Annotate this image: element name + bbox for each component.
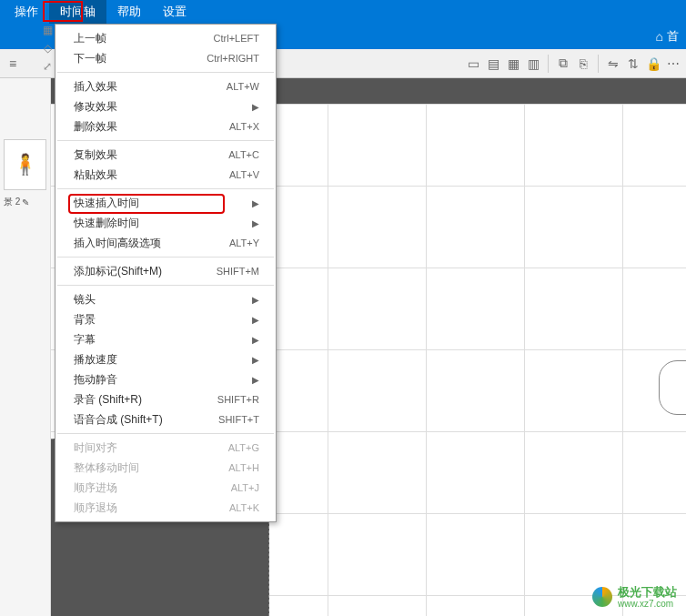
menu-item[interactable]: 拖动静音▶ (55, 369, 276, 389)
home-button[interactable]: ⌂ 首 (656, 28, 679, 45)
menu-item[interactable]: 下一帧Ctrl+RIGHT (55, 48, 276, 68)
menu-item[interactable]: 删除效果ALT+X (55, 116, 276, 136)
menu-item-label: 拖动静音 (74, 372, 117, 388)
menu-item-label: 下一帧 (74, 51, 106, 66)
separator (57, 257, 274, 258)
menu-item-label: 顺序进场 (74, 480, 117, 496)
align-icon[interactable]: ≡ (4, 55, 22, 73)
chevron-right-icon: ▶ (252, 315, 259, 325)
separator (57, 72, 274, 73)
flip-h-icon[interactable]: ⇋ (604, 55, 622, 73)
copy-icon[interactable]: ⧉ (554, 55, 572, 73)
menu-item-label: 上一帧 (74, 31, 106, 46)
left-panel: ▤ ▦ ◇ ⤢ 🧍 景 2 ✎ (0, 78, 51, 616)
menu-item[interactable]: 语音合成 (Shift+T)SHIFT+T (55, 409, 276, 429)
menu-item-label: 镜头 (74, 292, 96, 308)
home-label: 首 (667, 28, 679, 45)
menu-item: 整体移动时间ALT+H (55, 458, 276, 478)
menu-item[interactable]: 录音 (Shift+R)SHIFT+R (55, 389, 276, 409)
shortcut-label: ALT+J (231, 482, 259, 493)
separator (57, 188, 274, 189)
edit-icon[interactable]: ✎ (22, 197, 29, 207)
shortcut-label: SHIFT+T (218, 414, 259, 425)
menu-item-label: 删除效果 (74, 119, 117, 135)
chevron-right-icon: ▶ (252, 335, 259, 345)
watermark-url: www.xz7.com (618, 599, 677, 609)
menu-item-label: 快速插入时间 (74, 196, 139, 211)
tool-icon-3[interactable]: ▦ (504, 55, 522, 73)
shortcut-label: SHIFT+R (217, 394, 259, 405)
menu-item[interactable]: 播放速度▶ (55, 349, 276, 369)
menu-item-label: 整体移动时间 (74, 460, 139, 476)
grid-icon[interactable]: ▦ (40, 23, 55, 37)
shortcut-label: ALT+X (229, 121, 259, 132)
menu-item[interactable]: 复制效果ALT+C (55, 145, 276, 165)
separator (548, 55, 549, 73)
chevron-right-icon: ▶ (252, 198, 259, 208)
chevron-right-icon: ▶ (252, 102, 259, 112)
menu-settings[interactable]: 设置 (152, 0, 197, 24)
menu-item-label: 插入效果 (74, 79, 117, 95)
menu-help[interactable]: 帮助 (106, 0, 152, 24)
menu-item[interactable]: 修改效果▶ (55, 96, 276, 116)
menu-item-label: 粘贴效果 (74, 167, 117, 183)
menu-item-label: 背景 (74, 312, 96, 328)
shortcut-label: Ctrl+LEFT (214, 33, 259, 44)
menu-item[interactable]: 镜头▶ (55, 289, 276, 309)
menu-item-label: 字幕 (74, 332, 96, 348)
shortcut-label: Ctrl+RIGHT (207, 53, 259, 64)
menu-item-label: 顺序退场 (74, 500, 117, 516)
menu-item: 时间对齐ALT+G (55, 438, 276, 458)
chevron-right-icon: ▶ (252, 218, 259, 228)
separator (57, 140, 274, 141)
menu-item-label: 插入时间高级选项 (74, 236, 161, 251)
lock-icon[interactable]: 🔒 (644, 55, 662, 73)
menu-item-label: 添加标记(Shift+M) (74, 264, 162, 279)
chevron-right-icon: ▶ (252, 355, 259, 365)
paste-icon[interactable]: ⎘ (574, 55, 592, 73)
tool-icon-1[interactable]: ▭ (464, 55, 482, 73)
watermark: 极光下载站 www.xz7.com (592, 586, 677, 609)
shortcut-label: ALT+G (228, 442, 259, 453)
menu-item[interactable]: 快速插入时间▶ (55, 193, 276, 213)
separator (57, 433, 274, 434)
shortcut-label: ALT+W (227, 81, 259, 92)
menu-item[interactable]: 插入时间高级选项ALT+Y (55, 233, 276, 253)
scene-thumbnail[interactable]: 🧍 (4, 139, 46, 190)
menu-item[interactable]: 背景▶ (55, 309, 276, 329)
shape-icon[interactable]: ◇ (40, 41, 55, 56)
scene-label: 景 2 ✎ (0, 194, 50, 210)
separator (598, 55, 599, 73)
menu-item: 顺序进场ALT+J (55, 478, 276, 498)
menu-item[interactable]: 粘贴效果ALT+V (55, 165, 276, 185)
character-icon: 🧍 (13, 153, 37, 177)
hand-shape[interactable] (659, 360, 686, 415)
chevron-right-icon: ▶ (252, 295, 259, 305)
tool-icon-4[interactable]: ▥ (524, 55, 542, 73)
timeline-dropdown: 上一帧Ctrl+LEFT下一帧Ctrl+RIGHT插入效果ALT+W修改效果▶删… (55, 24, 277, 522)
menu-item[interactable]: 字幕▶ (55, 329, 276, 349)
menu-item-label: 时间对齐 (74, 440, 117, 456)
menu-item[interactable]: 上一帧Ctrl+LEFT (55, 28, 276, 48)
menu-item-label: 语音合成 (Shift+T) (74, 412, 163, 428)
menu-item-label: 修改效果 (74, 99, 117, 115)
menu-item-label: 录音 (Shift+R) (74, 392, 142, 408)
menu-item-label: 播放速度 (74, 352, 117, 368)
menu-item[interactable]: 插入效果ALT+W (55, 76, 276, 96)
menu-item[interactable]: 快速删除时间▶ (55, 213, 276, 233)
watermark-logo-icon (592, 587, 612, 607)
chevron-right-icon: ▶ (252, 375, 259, 385)
shortcut-label: ALT+V (229, 169, 259, 180)
expand-icon[interactable]: ⤢ (40, 59, 55, 74)
menu-operate[interactable]: 操作 (4, 0, 49, 24)
menu-item[interactable]: 添加标记(Shift+M)SHIFT+M (55, 261, 276, 281)
shortcut-label: ALT+Y (229, 237, 259, 248)
flip-v-icon[interactable]: ⇅ (624, 55, 642, 73)
shortcut-label: ALT+H (228, 462, 259, 473)
menu-timeline[interactable]: 时间轴 (49, 0, 106, 24)
tool-icon-2[interactable]: ▤ (484, 55, 502, 73)
shortcut-label: ALT+C (228, 149, 259, 160)
separator (57, 285, 274, 286)
more-icon[interactable]: ⋯ (664, 55, 682, 73)
menu-item: 顺序退场ALT+K (55, 498, 276, 518)
